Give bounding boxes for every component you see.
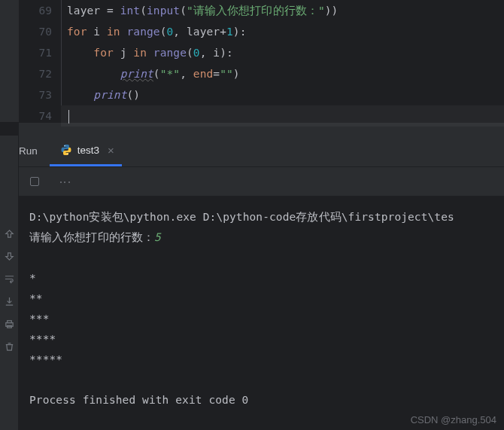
watermark-text: CSDN @zhang.504 bbox=[411, 414, 496, 425]
console-line: ***** bbox=[29, 353, 62, 365]
console-output[interactable]: D:\python安装包\python.exe D:\python-code存放… bbox=[19, 197, 504, 410]
code-line[interactable]: for j in range(0, i): bbox=[61, 42, 504, 63]
run-toolbar: ⋮ bbox=[19, 167, 504, 197]
console-prompt: 请输入你想打印的行数： bbox=[29, 231, 154, 243]
run-panel: Run test3 × ⋮ D:\python安装包\python.exe D:… bbox=[19, 136, 504, 410]
trash-icon[interactable] bbox=[3, 340, 15, 352]
console-command: D:\python安装包\python.exe D:\python-code存放… bbox=[29, 211, 454, 223]
arrow-up-icon[interactable] bbox=[3, 227, 15, 239]
svg-point-3 bbox=[64, 145, 65, 146]
stop-button[interactable] bbox=[28, 175, 41, 188]
run-tab-label: test3 bbox=[77, 145, 99, 156]
arrow-down-icon[interactable] bbox=[3, 250, 15, 262]
line-number-gutter: 69 70 71 72 73 74 bbox=[19, 0, 61, 122]
svg-rect-1 bbox=[7, 320, 11, 322]
code-line[interactable]: layer = int(input("请输入你想打印的行数：")) bbox=[61, 0, 504, 21]
run-tab-bar: Run test3 × bbox=[19, 136, 504, 167]
code-line[interactable]: print() bbox=[61, 84, 504, 105]
stop-icon bbox=[30, 177, 39, 186]
run-toolwindow-label[interactable]: Run bbox=[19, 136, 45, 166]
console-line: ** bbox=[29, 292, 43, 304]
wrap-icon[interactable] bbox=[3, 273, 15, 285]
run-tab[interactable]: test3 × bbox=[50, 136, 122, 166]
python-file-icon bbox=[60, 144, 72, 156]
line-number: 72 bbox=[19, 63, 52, 84]
text-caret bbox=[68, 110, 69, 124]
line-number: 74 bbox=[19, 105, 52, 127]
console-line: * bbox=[29, 272, 36, 284]
line-number: 71 bbox=[19, 42, 52, 63]
download-icon[interactable] bbox=[3, 295, 15, 307]
code-editor[interactable]: 69 70 71 72 73 74 layer = int(input("请输入… bbox=[0, 0, 504, 122]
print-icon[interactable] bbox=[3, 318, 15, 330]
console-user-input: 5 bbox=[154, 231, 161, 243]
svg-point-4 bbox=[67, 154, 68, 154]
console-line: *** bbox=[29, 313, 50, 325]
code-line[interactable]: for i in range(0, layer+1): bbox=[61, 21, 504, 42]
console-exit-message: Process finished with exit code 0 bbox=[29, 394, 248, 406]
line-number: 69 bbox=[19, 0, 52, 21]
close-icon[interactable]: × bbox=[108, 144, 114, 157]
console-line: **** bbox=[29, 333, 56, 345]
indent-guide bbox=[61, 0, 62, 105]
line-number: 70 bbox=[19, 21, 52, 42]
more-actions-icon[interactable]: ⋮ bbox=[58, 176, 72, 188]
code-line-active[interactable] bbox=[61, 105, 504, 127]
left-tool-strip bbox=[0, 136, 19, 430]
line-number: 73 bbox=[19, 84, 52, 105]
code-content[interactable]: layer = int(input("请输入你想打印的行数：")) for i … bbox=[61, 0, 504, 122]
code-line[interactable]: print("*", end="") bbox=[61, 63, 504, 84]
